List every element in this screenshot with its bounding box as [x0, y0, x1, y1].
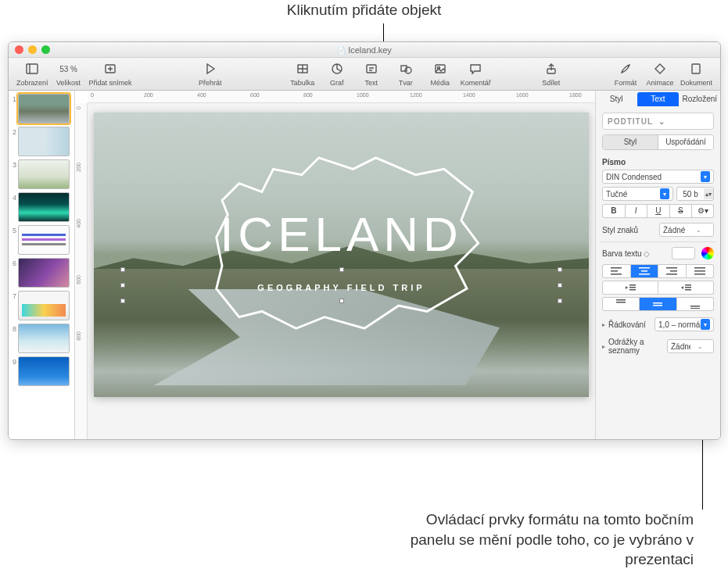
svg-rect-17 [692, 64, 700, 73]
media-icon [434, 60, 446, 77]
outdent-button[interactable] [602, 281, 658, 295]
align-center-button[interactable] [631, 264, 659, 278]
table-button[interactable]: Tabulka [285, 60, 320, 87]
slide-thumb-1[interactable]: 1 [11, 94, 72, 123]
slide-viewport[interactable]: ICELAND GEOGRAPHY FIELD TRIP [88, 103, 595, 439]
slide-thumb-2[interactable]: 2 [11, 127, 72, 156]
tab-style[interactable]: Styl [596, 91, 637, 108]
callout-bottom: Ovládací prvky formátu na tomto bočním p… [404, 510, 694, 570]
slide-thumb-8[interactable]: 8 [11, 324, 72, 353]
slide-thumb-4[interactable]: 4 [11, 192, 72, 222]
sel-handle[interactable] [339, 299, 344, 303]
animate-button[interactable]: Animace [643, 60, 677, 87]
toolbar: Zobrazení 53 % Velikost Přidat snímek Př… [9, 58, 720, 91]
advanced-font-button[interactable]: ⚙︎▾ [692, 204, 714, 218]
font-weight-popup[interactable]: Tučné ▾ [602, 187, 673, 201]
line-spacing-row[interactable]: ▸ Řádkování 1,0 – normální ▾ [602, 317, 714, 331]
svg-rect-9 [367, 65, 376, 73]
callout-top: Kliknutím přidáte objekt [0, 0, 728, 41]
share-icon [545, 60, 558, 77]
inspector-panel: Styl Text Rozložení PODTITUL ⌄ Styl Uspo… [595, 91, 720, 439]
slide-title[interactable]: ICELAND [94, 206, 589, 262]
share-button[interactable]: Sdílet [534, 60, 568, 87]
slide-thumb-6[interactable]: 6 [11, 258, 72, 288]
chevron-icon: ▾ [660, 188, 669, 199]
valign-middle-button[interactable] [640, 297, 676, 311]
slide-thumb-5[interactable]: 5 [11, 225, 72, 255]
indent-button[interactable] [658, 281, 714, 295]
subtab-style[interactable]: Styl [603, 135, 658, 149]
svg-rect-31 [629, 287, 636, 288]
sel-handle[interactable] [558, 267, 562, 272]
sel-handle[interactable] [558, 299, 562, 303]
bold-button[interactable]: B [602, 204, 626, 218]
italic-button[interactable]: I [626, 204, 648, 218]
align-right-button[interactable] [658, 264, 687, 278]
sel-handle[interactable] [120, 283, 125, 288]
comment-button[interactable]: Komentář [457, 60, 494, 87]
callout-top-text: Kliknutím přidáte objekt [287, 2, 442, 19]
underline-button[interactable]: U [647, 204, 670, 218]
slide-thumb-3[interactable]: 3 [11, 159, 72, 189]
svg-rect-27 [694, 267, 705, 269]
sel-handle[interactable] [120, 299, 125, 303]
document-button[interactable]: Dokument [677, 60, 715, 87]
subtab-arrange[interactable]: Uspořádání [658, 135, 713, 149]
media-button[interactable]: Média [423, 60, 457, 87]
svg-rect-39 [653, 305, 662, 306]
play-button[interactable]: Přehrát [175, 60, 246, 87]
format-button[interactable]: Formát [608, 60, 643, 87]
stepper-arrows-icon[interactable]: ▴▾ [704, 188, 713, 199]
text-button[interactable]: Text [354, 60, 389, 87]
document-title: Iceland.key [9, 45, 720, 55]
strike-button[interactable]: S [670, 204, 693, 218]
line-spacing-popup[interactable]: 1,0 – normální ▾ [654, 317, 714, 331]
svg-rect-19 [611, 270, 618, 272]
sel-handle[interactable] [339, 267, 344, 272]
svg-rect-30 [629, 284, 636, 286]
align-left-button[interactable] [602, 264, 631, 278]
tab-layout[interactable]: Rozložení [680, 91, 720, 108]
color-wheel-button[interactable] [701, 247, 714, 259]
char-style-popup[interactable]: Žádné ⌄ [659, 223, 714, 237]
valign-bottom-button[interactable] [677, 297, 714, 311]
svg-rect-24 [666, 267, 677, 269]
sel-handle[interactable] [120, 267, 125, 272]
slide-thumb-7[interactable]: 7 [11, 291, 72, 320]
shape-button[interactable]: Tvar [389, 60, 423, 87]
font-size-stepper[interactable]: 50 b ▴▾ [676, 187, 714, 201]
text-subtabs: Styl Uspořádání [602, 134, 714, 150]
slide-navigator[interactable]: 1 2 3 4 5 6 7 8 9 [9, 91, 75, 439]
slide[interactable]: ICELAND GEOGRAPHY FIELD TRIP [94, 113, 589, 397]
selection-box[interactable] [122, 269, 561, 302]
sel-handle[interactable] [558, 283, 562, 288]
paragraph-style-popup[interactable]: PODTITUL ⌄ [602, 113, 714, 130]
add-slide-button[interactable]: Přidat snímek [86, 60, 135, 87]
svg-rect-26 [666, 274, 677, 275]
bullets-popup[interactable]: Žádné ⌄ [667, 339, 714, 353]
titlebar: Iceland.key [9, 42, 720, 58]
svg-rect-23 [639, 274, 650, 275]
svg-rect-20 [611, 274, 622, 275]
chevron-icon: ▾ [701, 171, 710, 182]
ruler-vertical: 0 200 400 600 800 [75, 103, 88, 439]
chevron-icon: ▾ [701, 319, 710, 330]
tab-text[interactable]: Text [637, 92, 678, 106]
svg-rect-38 [653, 302, 662, 304]
chart-button[interactable]: Graf [320, 60, 354, 87]
document-icon [690, 60, 702, 77]
svg-rect-36 [616, 299, 626, 301]
bullets-row[interactable]: ▸ Odrážky a seznamy Žádné ⌄ [602, 338, 714, 355]
zoom-popup[interactable]: 53 % Velikost [52, 60, 86, 87]
font-family-popup[interactable]: DIN Condensed ▾ [602, 170, 714, 184]
chevron-down-icon: ⌄ [658, 117, 709, 126]
align-justify-button[interactable] [687, 264, 715, 278]
text-color-well[interactable] [672, 247, 695, 259]
valign-top-button[interactable] [602, 297, 640, 311]
view-button[interactable]: Zobrazení [13, 60, 52, 87]
svg-rect-28 [694, 270, 705, 272]
text-icon [365, 60, 378, 77]
slide-thumb-9[interactable]: 9 [11, 356, 72, 386]
svg-rect-37 [616, 302, 626, 303]
chevron-down-icon: ⌄ [687, 224, 710, 235]
